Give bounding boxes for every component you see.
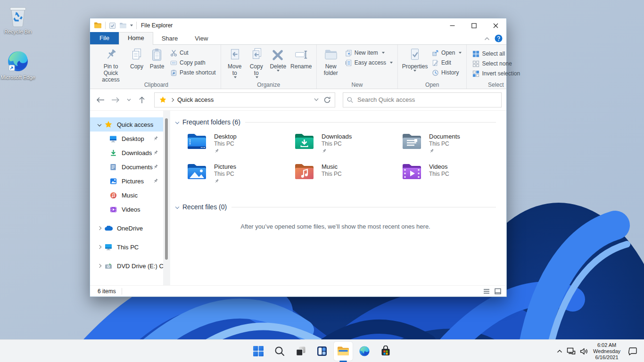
- chevron-down-icon[interactable]: [175, 120, 179, 124]
- refresh-icon[interactable]: [323, 96, 331, 104]
- pin-icon: [104, 48, 118, 62]
- open-button[interactable]: Open: [432, 49, 462, 57]
- new-item-button[interactable]: New item: [345, 49, 393, 57]
- notification-center-button[interactable]: [628, 347, 637, 355]
- scrollbar-thumb[interactable]: [165, 118, 168, 260]
- task-view-button[interactable]: [291, 342, 310, 361]
- address-dropdown-icon[interactable]: [314, 98, 319, 101]
- cut-button[interactable]: Cut: [170, 49, 216, 57]
- start-button[interactable]: [249, 342, 268, 361]
- minimize-button[interactable]: [441, 18, 463, 33]
- details-view-button[interactable]: [483, 288, 490, 295]
- breadcrumb-location[interactable]: Quick access: [177, 96, 214, 103]
- sidebar-item-quick-access[interactable]: Quick access: [90, 117, 163, 132]
- pictures-folder-icon: [187, 163, 208, 181]
- file-explorer-window: File Explorer File Home Share View: [90, 18, 507, 297]
- invert-selection-button[interactable]: Invert selection: [472, 69, 520, 78]
- breadcrumb-chevron-icon[interactable]: [170, 98, 174, 101]
- delete-button[interactable]: Delete: [267, 47, 289, 81]
- folder-tile-documents[interactable]: Documents This PC: [402, 132, 509, 163]
- chevron-right-icon[interactable]: [98, 264, 101, 268]
- recent-files-header[interactable]: Recent files (0): [176, 203, 501, 211]
- back-button[interactable]: [94, 93, 107, 107]
- sidebar-item-pictures[interactable]: Pictures: [90, 174, 163, 188]
- search-input[interactable]: [357, 96, 497, 103]
- network-tray-button[interactable]: [567, 347, 576, 355]
- pin-to-quick-access-button[interactable]: Pin to Quick access: [95, 47, 127, 81]
- folder-tile-videos[interactable]: Videos This PC: [402, 163, 509, 193]
- tab-share[interactable]: Share: [153, 33, 187, 44]
- copy-button[interactable]: Copy: [127, 47, 147, 81]
- chevron-right-icon[interactable]: [98, 226, 101, 230]
- help-icon[interactable]: [495, 34, 503, 42]
- maximize-button[interactable]: [463, 18, 485, 33]
- recent-locations-button[interactable]: [124, 93, 133, 107]
- paste-shortcut-button[interactable]: Paste shortcut: [170, 68, 216, 77]
- file-explorer-button[interactable]: [334, 342, 353, 361]
- tab-view[interactable]: View: [186, 33, 216, 44]
- search-box[interactable]: [343, 92, 502, 107]
- qat-customize-caret-icon[interactable]: [130, 25, 133, 26]
- pin-icon: [214, 148, 219, 154]
- frequent-folders-grid: Desktop This PC Downloads: [187, 132, 501, 193]
- sidebar-item-videos[interactable]: Videos: [90, 202, 163, 216]
- folder-tile-desktop[interactable]: Desktop This PC: [187, 132, 294, 163]
- sidebar-item-this-pc[interactable]: This PC: [90, 240, 163, 254]
- folder-location: This PC: [214, 140, 237, 148]
- search-button[interactable]: [270, 342, 289, 361]
- rename-button[interactable]: Rename: [289, 47, 314, 81]
- new-folder-icon: [324, 48, 338, 62]
- store-button[interactable]: [376, 342, 395, 361]
- tab-file[interactable]: File: [90, 32, 119, 44]
- move-to-button[interactable]: Move to: [224, 47, 246, 81]
- chevron-down-icon[interactable]: [175, 205, 179, 209]
- desktop-icon-recycle-bin[interactable]: Recycle Bin: [0, 5, 36, 35]
- sidebar-item-documents[interactable]: Documents: [90, 160, 163, 174]
- easy-access-icon: [345, 59, 352, 66]
- tray-show-hidden-icons-button[interactable]: [557, 349, 562, 353]
- minimize-ribbon-icon[interactable]: [484, 37, 490, 41]
- up-button[interactable]: [135, 93, 149, 107]
- sidebar-scrollbar[interactable]: [163, 111, 170, 285]
- edit-button[interactable]: Edit: [432, 58, 462, 67]
- volume-tray-button[interactable]: [580, 348, 588, 355]
- select-all-button[interactable]: Select all: [472, 49, 520, 58]
- select-none-button[interactable]: Select none: [472, 59, 520, 68]
- large-icons-view-button[interactable]: [494, 288, 502, 295]
- forward-arrow-icon: [111, 97, 120, 103]
- chevron-down-icon[interactable]: [98, 123, 101, 126]
- sidebar-item-desktop[interactable]: Desktop: [90, 132, 163, 146]
- tab-home[interactable]: Home: [119, 32, 153, 45]
- folder-tile-music[interactable]: Music This PC: [294, 163, 402, 193]
- paste-button[interactable]: Paste: [147, 47, 167, 81]
- easy-access-button[interactable]: Easy access: [345, 58, 393, 67]
- desktop-icon-microsoft-edge[interactable]: Microsoft Edge: [0, 49, 36, 81]
- history-button[interactable]: History: [432, 68, 462, 77]
- ribbon-group-label: Open: [398, 82, 466, 88]
- folder-tile-downloads[interactable]: Downloads This PC: [294, 132, 402, 163]
- chevron-right-icon[interactable]: [98, 245, 101, 249]
- clock[interactable]: 6:02 AM Wednesday 6/16/2021: [592, 342, 621, 361]
- frequent-folders-header[interactable]: Frequent folders (6): [176, 118, 501, 126]
- close-button[interactable]: [485, 18, 506, 33]
- ribbon-group-label: New: [317, 82, 397, 88]
- sidebar-item-downloads[interactable]: Downloads: [90, 146, 163, 160]
- items-count: 6 items: [98, 288, 116, 295]
- copy-to-button[interactable]: Copy to: [246, 47, 267, 81]
- address-bar[interactable]: Quick access: [154, 92, 335, 107]
- forward-button[interactable]: [109, 93, 122, 107]
- widgets-button[interactable]: [313, 342, 331, 361]
- sidebar-item-dvd-drive[interactable]: DVD Drive (E:) CCC: [90, 259, 163, 273]
- edge-icon: [6, 49, 30, 73]
- copy-path-button[interactable]: Copy path: [170, 58, 216, 67]
- qat-properties-icon[interactable]: [109, 22, 116, 29]
- sidebar-item-onedrive[interactable]: OneDrive: [90, 221, 163, 235]
- recycle-bin-icon: [7, 5, 29, 27]
- music-folder-icon: [294, 163, 316, 181]
- new-folder-button[interactable]: New folder: [320, 47, 342, 81]
- edge-button[interactable]: [355, 342, 374, 361]
- sidebar-item-music[interactable]: Music: [90, 188, 163, 202]
- qat-new-folder-icon[interactable]: [119, 23, 127, 29]
- properties-button[interactable]: Properties: [401, 47, 429, 81]
- folder-tile-pictures[interactable]: Pictures This PC: [187, 163, 294, 193]
